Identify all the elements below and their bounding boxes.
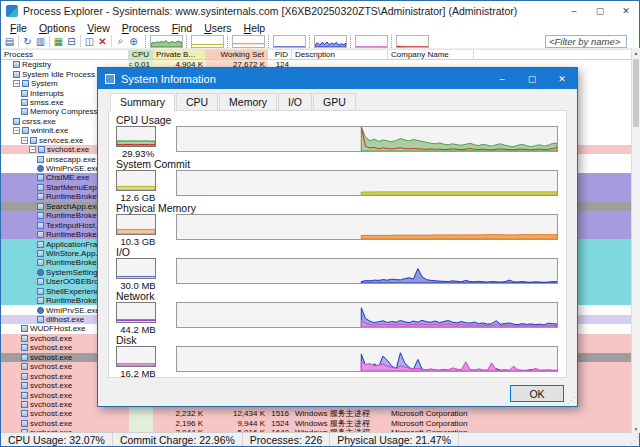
tree-expander-icon[interactable]: − bbox=[13, 80, 20, 87]
cell-company: Microsoft Corporation bbox=[388, 409, 474, 418]
history-graph-io bbox=[176, 258, 558, 284]
cell-desc: Windows 服务主进程 bbox=[292, 419, 388, 428]
tab-i-o[interactable]: I/O bbox=[278, 93, 312, 110]
dialog-controls: –▢✕ bbox=[487, 68, 577, 89]
section-label: I/O bbox=[109, 245, 566, 258]
tab-gpu[interactable]: GPU bbox=[313, 93, 356, 110]
refresh-button[interactable]: ↻ bbox=[21, 34, 34, 48]
process-explorer-app-icon bbox=[6, 5, 18, 17]
process-tree-button[interactable]: ⊟ bbox=[65, 34, 78, 48]
summary-tab-panel: CPU Usage29.93%System Commit12.6 GBPhysi… bbox=[108, 110, 567, 378]
tree-expander-icon[interactable]: − bbox=[29, 146, 36, 153]
process-name: SearchApp.exe bbox=[46, 202, 101, 211]
scroll-down-arrow-icon[interactable]: ▼ bbox=[632, 424, 640, 433]
column-header-private-b[interactable]: Private B... bbox=[153, 50, 206, 59]
tree-expander-icon[interactable]: − bbox=[21, 137, 28, 144]
column-header-pid[interactable]: PID bbox=[268, 50, 292, 59]
mini-graph-disk-svg bbox=[117, 347, 155, 366]
cpu-history-minigraph-svg bbox=[151, 36, 182, 47]
dialog-close-button[interactable]: ✕ bbox=[547, 68, 577, 89]
process-name: svchost.exe bbox=[30, 353, 72, 362]
process-icon bbox=[13, 71, 20, 78]
dialog-maximize-button[interactable]: ▢ bbox=[517, 68, 547, 89]
process-name: svchost.exe bbox=[47, 145, 89, 154]
section-value-disk: 16.2 MB bbox=[116, 368, 160, 377]
process-icon bbox=[21, 392, 28, 399]
column-header-working-set[interactable]: Working Set bbox=[206, 50, 268, 59]
graph-drag-handle[interactable] bbox=[145, 35, 148, 48]
column-header-process[interactable]: Process bbox=[1, 50, 129, 59]
status-cpu: CPU Usage: 32.07% bbox=[1, 433, 113, 446]
close-button[interactable]: ✕ bbox=[613, 1, 639, 21]
menu-view[interactable]: View bbox=[81, 22, 116, 34]
process-name: WmiPrvSE.exe bbox=[46, 164, 100, 173]
menu-options[interactable]: Options bbox=[33, 22, 81, 34]
menu-help[interactable]: Help bbox=[238, 22, 272, 34]
minimize-button[interactable]: – bbox=[561, 1, 587, 21]
disk-history-minigraph[interactable] bbox=[355, 35, 388, 48]
tab-summary[interactable]: Summary bbox=[110, 93, 175, 111]
toolbar-separator bbox=[18, 35, 19, 47]
show-lower-pane-button[interactable]: ◫ bbox=[83, 34, 96, 48]
select-columns-button[interactable]: ▥ bbox=[34, 34, 47, 48]
io-history-minigraph[interactable] bbox=[273, 35, 306, 48]
process-icon bbox=[37, 278, 44, 285]
ok-button[interactable]: OK bbox=[510, 385, 564, 402]
process-icon bbox=[22, 127, 29, 134]
menu-find[interactable]: Find bbox=[166, 22, 198, 34]
find-window-process-button[interactable]: ⊕ bbox=[127, 34, 140, 48]
graph-drag-handle[interactable] bbox=[268, 35, 271, 48]
system-information-dialog: System Information –▢✕ SummaryCPUMemoryI… bbox=[97, 67, 578, 407]
physical-memory-minigraph[interactable] bbox=[232, 35, 265, 48]
network-history-minigraph[interactable] bbox=[314, 35, 347, 48]
process-icon bbox=[21, 373, 28, 380]
history-graph-cpu bbox=[176, 126, 558, 152]
toolbar-separator bbox=[111, 35, 112, 47]
column-header-description[interactable]: Description bbox=[292, 50, 388, 59]
tab-cpu[interactable]: CPU bbox=[176, 93, 218, 110]
graph-drag-handle[interactable] bbox=[350, 35, 353, 48]
refresh-icon: ↻ bbox=[23, 36, 31, 47]
process-icon bbox=[21, 354, 28, 361]
process-row[interactable]: svchost.exe2,044 K5,016 K1640Windows 服务主… bbox=[1, 428, 639, 432]
process-row[interactable]: svchost.exe2,196 K9,944 K1524Windows 服务主… bbox=[1, 419, 639, 428]
kill-process-button[interactable]: ✕ bbox=[96, 34, 109, 48]
panes-icon: ◫ bbox=[85, 36, 94, 47]
dialog-resize-grip[interactable]: ⋰ bbox=[567, 397, 575, 405]
gpu-history-minigraph[interactable] bbox=[396, 35, 429, 48]
menu-process[interactable]: Process bbox=[116, 22, 166, 34]
vertical-scrollbar[interactable]: ▲ ▼ bbox=[631, 48, 640, 433]
menu-users[interactable]: Users bbox=[198, 22, 237, 34]
section-label: Physical Memory bbox=[109, 201, 566, 214]
column-header-company-name[interactable]: Company Name bbox=[388, 50, 474, 59]
graph-drag-handle[interactable] bbox=[391, 35, 394, 48]
history-graph-commit-svg bbox=[177, 171, 557, 195]
graph-drag-handle[interactable] bbox=[309, 35, 312, 48]
save-button[interactable]: ▤ bbox=[3, 34, 16, 48]
process-row[interactable]: svchost.exe2,232 K12,434 K1516Windows 服务… bbox=[1, 409, 639, 418]
cpu-history-minigraph[interactable] bbox=[150, 35, 183, 48]
scroll-up-arrow-icon[interactable]: ▲ bbox=[632, 48, 640, 57]
dialog-minimize-button[interactable]: – bbox=[487, 68, 517, 89]
maximize-button[interactable]: ▢ bbox=[587, 1, 613, 21]
section-label: Disk bbox=[109, 333, 566, 346]
commit-history-minigraph[interactable] bbox=[191, 35, 224, 48]
graph-drag-handle[interactable] bbox=[186, 35, 189, 48]
find-handle-button[interactable]: ⌕ bbox=[114, 34, 127, 48]
cell-company: Microsoft Corporation bbox=[388, 428, 474, 432]
tab-memory[interactable]: Memory bbox=[219, 93, 277, 110]
system-information-button[interactable]: ▦ bbox=[52, 34, 65, 48]
filter-input[interactable] bbox=[545, 35, 627, 48]
history-graph-disk bbox=[176, 346, 558, 372]
menu-file[interactable]: File bbox=[4, 22, 33, 34]
graph-drag-handle[interactable] bbox=[227, 35, 230, 48]
tree-expander-icon[interactable]: − bbox=[13, 127, 20, 134]
column-header-cpu[interactable]: CPU bbox=[129, 50, 153, 59]
window-resize-grip[interactable]: ⋰ bbox=[630, 437, 638, 445]
menubar: FileOptionsViewProcessFindUsersHelp bbox=[1, 21, 639, 34]
section-value-cpu: 29.93% bbox=[116, 148, 160, 157]
process-icon bbox=[13, 61, 20, 68]
scrollbar-thumb[interactable] bbox=[633, 59, 639, 127]
toolbar-graphs bbox=[145, 35, 432, 48]
section-label: CPU Usage bbox=[109, 113, 566, 126]
